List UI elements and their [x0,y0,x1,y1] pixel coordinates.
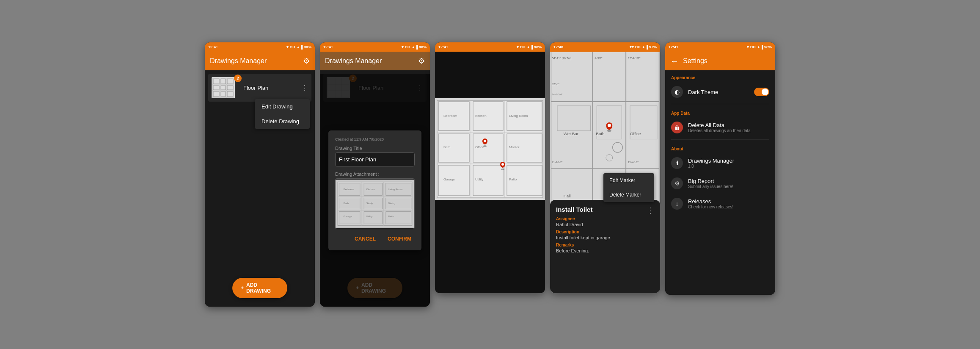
svg-text:Utility: Utility [366,215,373,218]
screen-2: 12:41 ▾ HD ▲▐ 98% Drawings Manager ⚙ [320,42,430,307]
dialog-overlay-2: Created at 11:9 AM 7/8/2020 Drawing Titl… [320,74,430,307]
map-bottom-3 [435,200,545,293]
settings-body-5: Appearance ◐ Dark Theme App Data 🗑 Delet… [665,70,775,295]
dark-theme-title: Dark Theme [688,89,749,95]
dialog-attachment-2: Bedroom Kitchen Living Room Bath Study D… [335,178,415,229]
svg-point-70 [484,140,486,142]
svg-point-69 [483,145,487,147]
releases-icon: ↓ [671,198,683,210]
screen-body-3: Bedroom Kitchen Living Room Bath Office … [435,52,545,293]
drawings-manager-subtitle: 1.0 [688,164,769,169]
context-menu-1: Edit Drawing Delete Drawing [255,99,310,129]
context-menu-edit-1[interactable]: Edit Drawing [255,99,310,114]
svg-rect-0 [212,77,235,98]
svg-text:Wet Bar: Wet Bar [564,131,579,136]
drawing-menu-icon-1[interactable]: ⋮ [301,84,308,92]
svg-point-72 [501,163,504,166]
remarks-value-4: Before Evening. [556,248,654,253]
svg-point-94 [608,124,611,127]
dark-theme-toggle[interactable] [754,88,769,96]
settings-bar-5: ← Settings [665,52,775,70]
status-bar-4: 12:48 ▾▾ HD ▲▐ 97% [550,42,660,52]
drawings-manager-icon: ℹ [671,157,683,169]
big-report-subtitle: Submit any issues here! [688,184,769,189]
status-bar-2: 12:41 ▾ HD ▲▐ 98% [320,42,430,52]
svg-text:Office: Office [475,145,484,149]
svg-text:24'-8-3/4": 24'-8-3/4" [552,93,562,96]
dark-theme-text: Dark Theme [688,89,749,95]
settings-section-appearance: Appearance [665,70,775,82]
remarks-label-4: Remarks [556,243,654,247]
dialog-cancel-btn-2[interactable]: CANCEL [351,234,379,244]
settings-item-big-report[interactable]: ⚙ Big Report Submit any issues here! [665,173,775,194]
svg-text:15'-4-1/2": 15'-4-1/2" [628,161,639,163]
screen-1: 12:41 ▾ HD ▲▐ 98% Drawings Manager ⚙ [205,42,315,307]
delete-data-subtitle: Deletes all drawings an their data [688,128,769,133]
description-value-4: Install toilet kept in garage. [556,235,654,240]
bottom-sheet-title-4: Install Toilet [556,206,654,213]
bottom-sheet-menu-icon-4[interactable]: ⋮ [647,206,654,215]
screen-body-4: 54'-11" [16.7m] 15'-0" 4-3/2" 15'-4-1/2"… [550,52,660,293]
drawing-item-1[interactable]: 2 Floor Plan ⋮ [208,74,311,102]
delete-data-text: Delete All Data Deletes all drawings an … [688,122,769,133]
svg-text:Bath: Bath [443,145,450,149]
drawing-thumb-1 [212,77,235,98]
big-report-title: Big Report [688,178,769,184]
status-time-3: 12:41 [438,45,448,49]
settings-item-drawings-manager[interactable]: ℹ Drawings Manager 1.0 [665,153,775,173]
settings-item-dark-theme[interactable]: ◐ Dark Theme [665,82,775,102]
svg-text:Dining: Dining [388,202,396,205]
status-time-5: 12:41 [669,45,678,49]
popup-menu-delete-4[interactable]: Delete Marker [603,188,654,202]
big-report-text: Big Report Submit any issues here! [688,178,769,189]
status-time-1: 12:41 [208,45,218,49]
svg-text:15'-0": 15'-0" [552,83,559,86]
popup-menu-4: Edit Marker Delete Marker [603,173,654,202]
svg-point-93 [607,130,611,132]
big-report-icon: ⚙ [671,177,683,189]
app-bar-2: Drawings Manager ⚙ [320,52,430,70]
dialog-confirm-btn-2[interactable]: CONFIRM [384,234,415,244]
drawing-title-1: Floor Plan [243,85,301,91]
fab-label-1: ADD DRAWING [246,282,279,294]
status-icons-text-3: ▾ HD ▲▐ 98% [517,45,542,49]
fab-1[interactable]: + ADD DRAWING [232,278,287,298]
svg-text:Bath: Bath [344,202,349,205]
map-top-3 [435,52,545,98]
status-icons-3: ▾ HD ▲▐ 98% [517,45,542,49]
dialog-title-input-2[interactable] [335,152,415,166]
drawing-badge-1: 2 [234,75,242,82]
status-bar-5: 12:41 ▾ HD ▲▐ 98% [665,42,775,52]
svg-text:Patio: Patio [388,215,394,218]
assignee-label-4: Assignee [556,216,654,221]
settings-icon-2[interactable]: ⚙ [418,56,425,66]
settings-item-delete-data[interactable]: 🗑 Delete All Data Deletes all drawings a… [665,117,775,138]
svg-text:Utility: Utility [475,177,484,181]
status-time-4: 12:48 [553,45,563,49]
status-icons-2: ▾ HD ▲▐ 98% [402,45,427,49]
settings-icon-1[interactable]: ⚙ [303,56,310,66]
dialog-attach-label-2: Drawing Attachment : [335,172,415,177]
svg-text:Kitchen: Kitchen [475,114,487,118]
dialog-title-label-2: Drawing Title [335,146,415,151]
status-icons-text-2: ▾ HD ▲▐ 98% [402,45,427,49]
back-arrow-5[interactable]: ← [670,56,679,66]
drawing-info-1: Floor Plan [243,85,301,91]
svg-text:Garage: Garage [443,177,455,181]
svg-text:Living Room: Living Room [509,114,528,118]
svg-text:15'-4-1/2": 15'-4-1/2" [628,57,641,60]
context-menu-delete-1[interactable]: Delete Drawing [255,114,310,129]
bottom-sheet-4: ⋮ Install Toilet Assignee Rahul Dravid D… [550,200,660,293]
drawings-manager-text: Drawings Manager 1.0 [688,158,769,169]
app-bar-title-1: Drawings Manager [210,57,267,65]
settings-section-appdata: App Data [665,106,775,117]
svg-text:Bedroom: Bedroom [443,114,457,118]
settings-title-5: Settings [683,57,707,65]
fab-icon-1: + [241,285,244,291]
drawings-manager-title: Drawings Manager [688,158,769,164]
svg-text:Study: Study [366,202,373,205]
settings-item-releases[interactable]: ↓ Releases Check for new releases! [665,194,775,214]
dialog-2: Created at 11:9 AM 7/8/2020 Drawing Titl… [328,130,421,250]
svg-text:Living Room: Living Room [388,187,402,190]
popup-menu-edit-4[interactable]: Edit Marker [603,173,654,188]
